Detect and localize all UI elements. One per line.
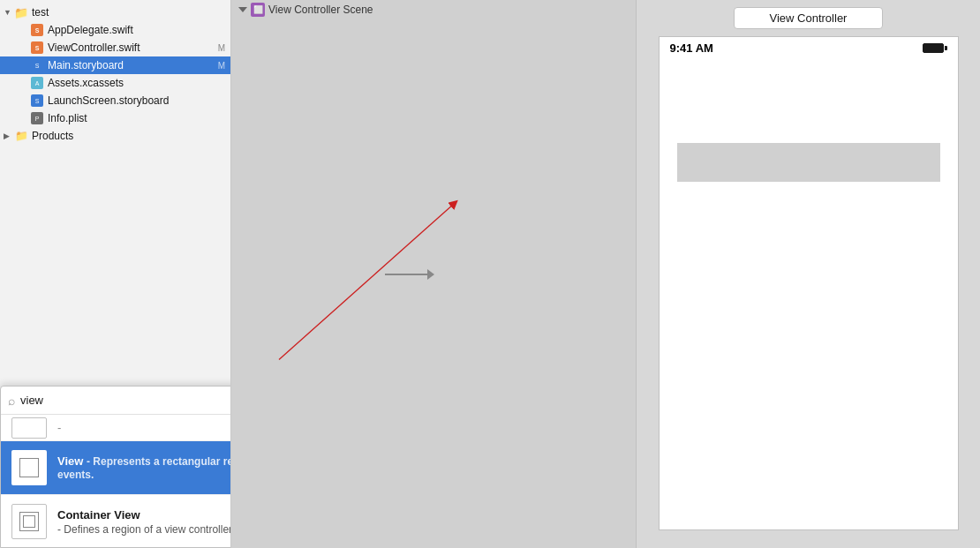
triangle-icon: [238, 7, 247, 12]
arrow-line: [385, 274, 427, 275]
component-name: View - Represents a rectangular region i…: [57, 454, 231, 481]
nav-item-test-root[interactable]: ▼ 📁 test: [0, 4, 230, 21]
battery-icon: [923, 43, 947, 53]
svg-line-1: [279, 203, 455, 359]
battery-body: [923, 43, 944, 53]
view-element[interactable]: [677, 143, 940, 182]
storyboard-icon: S: [30, 58, 44, 72]
chevron-right-icon: ▶: [4, 131, 14, 140]
scene-label: View Controller Scene: [268, 4, 373, 16]
swift-icon: S: [30, 23, 44, 37]
component-item-view[interactable]: View - Represents a rectangular region i…: [1, 441, 231, 495]
nav-item-label: Assets.xcassets: [48, 77, 225, 89]
view-icon-box: [19, 458, 39, 477]
component-item-content: Container View - Defines a region of a v…: [57, 508, 231, 536]
component-name: Container View: [57, 508, 231, 522]
partial-icon: [11, 417, 47, 439]
component-library-panel: ⌕ ✕ ⊞ -: [0, 386, 231, 548]
partial-label: -: [57, 421, 61, 434]
folder-icon: 📁: [14, 129, 28, 143]
iphone-frame: 9:41 AM: [659, 36, 959, 530]
status-time: 9:41 AM: [670, 41, 713, 55]
component-name-text: View: [57, 454, 83, 468]
vc-label: View Controller: [734, 7, 884, 29]
component-list: - View - Represents a rectangular region…: [1, 415, 231, 547]
nav-item-label: Info.plist: [48, 112, 225, 124]
file-navigator: ▼ 📁 test ▶ S AppDelegate.swift ▶ S: [0, 0, 231, 548]
nav-item-label: Main.storyboard: [48, 59, 218, 71]
nav-item-main-storyboard[interactable]: ▶ S Main.storyboard M: [0, 56, 230, 74]
container-view-component-icon: [11, 504, 47, 539]
swift-icon: S: [30, 41, 44, 55]
nav-item-viewcontroller[interactable]: ▶ S ViewController.swift M: [0, 39, 230, 56]
storyboard-icon: S: [30, 94, 44, 108]
component-item-content: View - Represents a rectangular region i…: [57, 454, 231, 481]
entry-point-arrow: [385, 269, 434, 280]
search-input[interactable]: [20, 394, 231, 407]
component-item-container-view[interactable]: Container View - Defines a region of a v…: [1, 495, 231, 547]
simulator-panel: View Controller 9:41 AM: [636, 0, 980, 548]
nav-item-launchscreen[interactable]: ▶ S LaunchScreen.storyboard: [0, 92, 230, 109]
iphone-status-bar: 9:41 AM: [660, 37, 958, 58]
scene-header: ⬜ View Controller Scene: [231, 0, 636, 19]
nav-item-infoplist[interactable]: ▶ P Info.plist: [0, 109, 230, 127]
nav-item-assets[interactable]: ▶ A Assets.xcassets: [0, 74, 230, 92]
scene-icon: ⬜: [251, 3, 265, 17]
main-layout: ▼ 📁 test ▶ S AppDelegate.swift ▶ S: [0, 0, 980, 548]
search-bar: ⌕ ✕ ⊞: [1, 387, 231, 415]
nav-item-label: ViewController.swift: [48, 41, 218, 54]
partial-component-item: -: [1, 415, 231, 441]
nav-item-appdelegate[interactable]: ▶ S AppDelegate.swift: [0, 21, 230, 39]
plist-icon: P: [30, 111, 44, 125]
nav-item-label: LaunchScreen.storyboard: [48, 94, 225, 107]
nav-tree: ▼ 📁 test ▶ S AppDelegate.swift ▶ S: [0, 0, 230, 148]
badge-m: M: [218, 61, 225, 71]
view-component-icon: [11, 450, 47, 485]
xcassets-icon: A: [30, 76, 44, 90]
nav-item-label: Products: [32, 130, 230, 142]
storyboard-canvas[interactable]: ⬜ View Controller Scene: [231, 0, 636, 548]
nav-item-products[interactable]: ▶ 📁 Products: [0, 127, 230, 145]
battery-tip: [945, 46, 947, 50]
search-icon: ⌕: [8, 394, 15, 408]
nav-item-label: AppDelegate.swift: [48, 24, 225, 36]
chevron-down-icon: ▼: [4, 8, 14, 17]
arrow-head-icon: [427, 269, 434, 280]
container-view-icon-box: [19, 512, 39, 531]
group-icon: 📁: [14, 5, 28, 19]
component-description: - Defines a region of a view controller …: [57, 523, 231, 536]
component-name-text: Container View: [57, 508, 140, 522]
badge-m: M: [218, 43, 225, 53]
nav-item-label: test: [32, 6, 230, 19]
component-description: - Represents a rectangular region in whi…: [57, 455, 231, 481]
